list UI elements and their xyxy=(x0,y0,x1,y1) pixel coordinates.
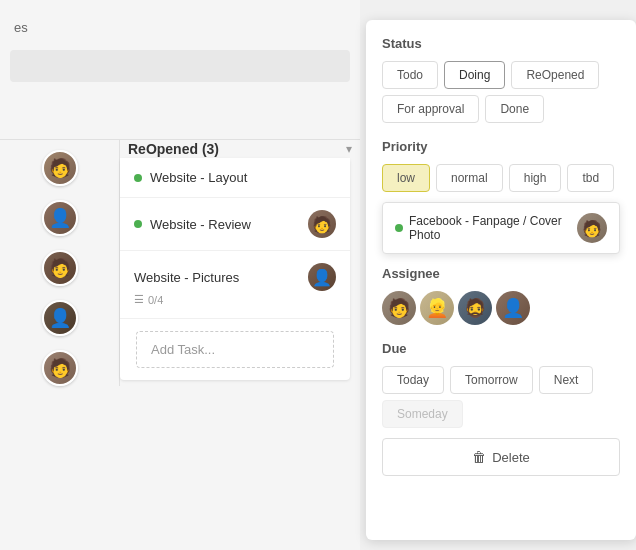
status-forapproval-button[interactable]: For approval xyxy=(382,95,479,123)
assignee-row: 🧑 👱 🧔 👤 xyxy=(382,291,620,325)
avatar: 👤 xyxy=(42,200,78,236)
left-panel: es ReOpened (3) ▾ 🧑 👤 🧑 👤 🧑 Website - xyxy=(0,0,360,550)
task-name: Website - Layout xyxy=(150,170,247,185)
column-header: ReOpened (3) ▾ xyxy=(120,140,360,158)
task-name: Website - Pictures xyxy=(134,270,239,285)
tooltip-card: Facebook - Fanpage / Cover Photo 🧑 xyxy=(382,202,620,254)
task-subtask-count: ☰ 0/4 xyxy=(134,293,336,306)
avatar: 🧑 xyxy=(42,150,78,186)
tooltip-text: Facebook - Fanpage / Cover Photo xyxy=(409,214,569,242)
status-done-button[interactable]: Done xyxy=(485,95,544,123)
column-chevron-icon[interactable]: ▾ xyxy=(346,142,352,156)
add-task-input[interactable]: Add Task... xyxy=(136,331,334,368)
avatar: 👤 xyxy=(42,300,78,336)
task-name: Website - Review xyxy=(150,217,251,232)
priority-normal-button[interactable]: normal xyxy=(436,164,503,192)
right-panel: Status Todo Doing ReOpened For approval … xyxy=(366,20,636,540)
avatar: 🧑 xyxy=(42,350,78,386)
table-row[interactable]: Website - Layout xyxy=(120,158,350,198)
due-today-button[interactable]: Today xyxy=(382,366,444,394)
due-button-group: Today Tomorrow Next Someday xyxy=(382,366,620,428)
priority-tbd-button[interactable]: tbd xyxy=(567,164,614,192)
task-assignee-avatar: 👤 xyxy=(308,263,336,291)
tooltip-dot xyxy=(395,224,403,232)
task-status-dot xyxy=(134,174,142,182)
table-row[interactable]: Website - Review 🧑 xyxy=(120,198,350,251)
table-row[interactable]: Website - Pictures 👤 ☰ 0/4 xyxy=(120,251,350,319)
status-doing-button[interactable]: Doing xyxy=(444,61,505,89)
priority-button-group: low normal high tbd xyxy=(382,164,620,192)
status-todo-button[interactable]: Todo xyxy=(382,61,438,89)
task-assignee-avatar: 🧑 xyxy=(308,210,336,238)
task-list: Website - Layout Website - Review 🧑 Webs… xyxy=(120,158,350,380)
delete-button[interactable]: 🗑 Delete xyxy=(382,438,620,476)
search-bar[interactable] xyxy=(10,50,350,82)
priority-section-title: Priority xyxy=(382,139,620,154)
due-tomorrow-button[interactable]: Tomorrow xyxy=(450,366,533,394)
priority-low-button[interactable]: low xyxy=(382,164,430,192)
assignee-section-title: Assignee xyxy=(382,266,620,281)
due-someday-button[interactable]: Someday xyxy=(382,400,463,428)
column-title: ReOpened (3) xyxy=(128,141,219,157)
due-section-title: Due xyxy=(382,341,620,356)
add-task-container: Add Task... xyxy=(120,319,350,380)
assignee-avatar-2[interactable]: 👱 xyxy=(420,291,454,325)
status-button-group: Todo Doing ReOpened For approval Done xyxy=(382,61,620,123)
assignee-avatar-4[interactable]: 👤 xyxy=(496,291,530,325)
tooltip-avatar: 🧑 xyxy=(577,213,607,243)
assignee-avatar-3[interactable]: 🧔 xyxy=(458,291,492,325)
task-status-dot xyxy=(134,220,142,228)
trash-icon: 🗑 xyxy=(472,449,486,465)
avatar: 🧑 xyxy=(42,250,78,286)
top-bar: es xyxy=(0,0,360,140)
partial-text: es xyxy=(14,20,28,35)
status-section-title: Status xyxy=(382,36,620,51)
priority-high-button[interactable]: high xyxy=(509,164,562,192)
status-reopened-button[interactable]: ReOpened xyxy=(511,61,599,89)
delete-label: Delete xyxy=(492,450,530,465)
avatar-column: 🧑 👤 🧑 👤 🧑 xyxy=(0,140,120,386)
assignee-avatar-1[interactable]: 🧑 xyxy=(382,291,416,325)
due-next-button[interactable]: Next xyxy=(539,366,594,394)
